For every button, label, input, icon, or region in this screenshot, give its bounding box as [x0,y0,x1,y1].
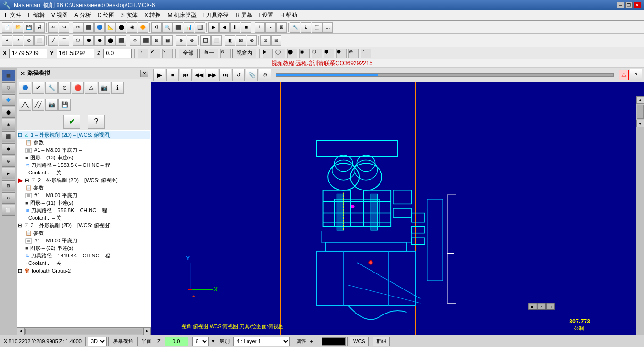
sim-btn-tool[interactable]: 🔧 [45,82,58,94]
end-btn[interactable]: ⏭ [219,69,231,81]
left-btn-1[interactable]: ⬛ [2,70,15,81]
tree-geo-2[interactable]: ■ 图形 – (11) 串连(s) [18,199,150,207]
left-btn-7[interactable]: ⬢ [2,143,15,155]
pb-warn[interactable]: ⚠ [619,70,629,80]
menu-help[interactable]: H 帮助 [277,10,300,20]
tree-tp-3[interactable]: ≋ 刀具路径 – 1419.4K – CH.NC – 程 [18,252,150,259]
coord-btn-help[interactable]: ? [162,49,173,58]
btn-all[interactable]: 全部 [179,49,198,58]
tree-group-2[interactable]: ▶ ⊟ ☑ 2 – 外形铣削 (2D) – [WCS: 俯视图] [18,176,150,184]
tb-btn4[interactable]: ⬛ [83,22,94,33]
tb-print[interactable]: 🖨 [34,22,45,33]
left-btn-8[interactable]: ⊕ [2,156,15,167]
coord-btn4[interactable]: ⬤ [287,49,297,58]
tree-tp-2[interactable]: ≋ 刀具路径 – 556.8K – CH.NC – 程 [18,207,150,214]
tb2-btn19[interactable]: ⬜ [211,35,222,46]
sim3-confirm[interactable]: ✔ [63,115,80,129]
left-btn-9[interactable]: ▶ [2,168,15,179]
tb-open[interactable]: 📂 [13,22,23,33]
tb-btn20[interactable]: Σ [301,22,311,33]
left-btn-4[interactable]: ⬤ [2,107,15,118]
tb-redo[interactable]: ↪ [59,22,69,33]
layer-name-select[interactable]: 4 : Layer 1 [233,337,290,346]
tb-btn9[interactable]: 🔶 [138,22,148,33]
menu-transform[interactable]: X 转换 [141,10,164,20]
stop-btn[interactable]: ■ [166,69,179,81]
tree-expand-2[interactable]: ⊟ [25,176,29,184]
left-btn-5[interactable]: ◉ [2,119,15,130]
coord-icon1[interactable]: ⊙ [220,49,231,58]
tb2-btn16[interactable]: ⊕ [176,35,186,46]
tb-save[interactable]: 💾 [24,22,34,33]
menu-toolpath[interactable]: I 刀具路径 [200,10,232,20]
tb2-btn24[interactable]: ⊟ [271,35,281,46]
tb-btn21[interactable]: ⬚ [312,22,322,33]
tree-tool-1[interactable]: #1 – M8.00 平底刀 – [18,146,150,154]
tb-new[interactable]: 📄 [2,22,12,33]
tree-tool-3[interactable]: #1 – M8.00 平底刀 – [18,237,150,244]
wcs-button[interactable]: WCS [350,337,369,346]
tb-btn8[interactable]: ◉ [127,22,137,33]
tree-params-1[interactable]: 📋 参数 [18,139,150,146]
tb2-btn10[interactable]: ⬤ [105,35,116,46]
menu-screen[interactable]: R 屏幕 [232,10,255,20]
menu-draw[interactable]: C 绘图 [95,10,117,20]
coord-btn7[interactable]: ⬢ [324,49,334,58]
tb-btn6[interactable]: 📐 [105,22,116,33]
tree-cool-2[interactable]: · Coolant... – 关 [18,214,150,222]
z-input[interactable] [103,49,132,58]
tree-group-1[interactable]: ⊟ ☑ 1 – 外形铣削 (2D) – [WCS: 俯视图] [18,131,150,139]
sim-btn-tool2[interactable]: ⊙ [58,82,71,94]
tree-group-end[interactable]: ⊞ ✾ Toolpath Group-2 [18,267,150,274]
path-sim-close[interactable]: ✕ [140,70,148,77]
settings-pb-btn[interactable]: ⚙ [259,69,271,81]
coord-btn10[interactable]: ? [361,49,371,58]
tree-cool-3[interactable]: · Coolant... – 关 [18,259,150,267]
sim-btn-info[interactable]: ℹ [111,82,124,94]
scroll-right[interactable]: ► [143,328,151,335]
coord-btn6[interactable]: ⬡ [312,49,322,58]
tb2-btn11[interactable]: ⬛ [116,35,126,46]
tb2-btn7[interactable]: ⬡ [73,35,83,46]
sim-btn-camera[interactable]: 📷 [98,82,110,94]
left-btn-2[interactable]: ⬡ [2,82,15,93]
prev-btn[interactable]: ⏮ [180,69,192,81]
tree-check-1[interactable]: ☑ [24,131,29,139]
tb-zoom-in[interactable]: + [255,22,265,33]
close-button[interactable]: ✕ [634,2,641,8]
coord-btn2[interactable]: ▶ [263,49,273,58]
coord-btn5[interactable]: ◉ [299,49,310,58]
tb-btn5[interactable]: 🔵 [94,22,105,33]
tree-expand-1[interactable]: ⊟ [18,131,22,139]
x-input[interactable] [9,49,47,58]
menu-solid[interactable]: S 实体 [118,10,140,20]
horizontal-scrollbar[interactable]: ◄ ► [17,327,151,335]
tb2-btn14[interactable]: ⊞ [151,35,162,46]
left-btn-6[interactable]: ⬛ [2,131,15,142]
menu-machine[interactable]: M 机床类型 [165,10,199,20]
tb2-btn13[interactable]: ⬛ [140,35,151,46]
sim3-help[interactable]: ? [88,115,105,129]
tb-btn18[interactable]: ■ [241,22,251,33]
clip-btn[interactable]: 📎 [246,69,258,81]
tb-btn12[interactable]: ⬛ [173,22,183,33]
tb2-btn23[interactable]: ⊡ [260,35,271,46]
tb2-btn3[interactable]: ⊙ [24,35,34,46]
scroll-down[interactable]: ▼ [636,120,644,127]
menu-view[interactable]: V 视图 [49,10,71,20]
tb-btn19[interactable]: 🔧 [290,22,300,33]
tb2-btn22[interactable]: ⊗ [247,35,257,46]
mode-select[interactable]: 3D 2D [88,337,107,346]
coord-btn-arrow[interactable]: → [138,49,148,58]
left-btn-3[interactable]: 🔷 [2,94,15,106]
tb-btn14[interactable]: 🔲 [195,22,205,33]
scroll-up[interactable]: ▲ [636,96,644,104]
left-btn-10[interactable]: ⊞ [2,180,15,191]
tree-geo-1[interactable]: ■ 图形 – (13) 串连(s) [18,154,150,161]
tb-zoom-out[interactable]: - [265,22,276,33]
tb2-btn9[interactable]: ⬣ [94,35,105,46]
sim-btn-face[interactable]: 🔵 [19,82,31,94]
menu-settings[interactable]: I 设置 [256,10,276,20]
group-button[interactable]: 群组 [373,337,390,346]
tree-geo-3[interactable]: ■ 图形 – (32) 串连(s) [18,244,150,252]
